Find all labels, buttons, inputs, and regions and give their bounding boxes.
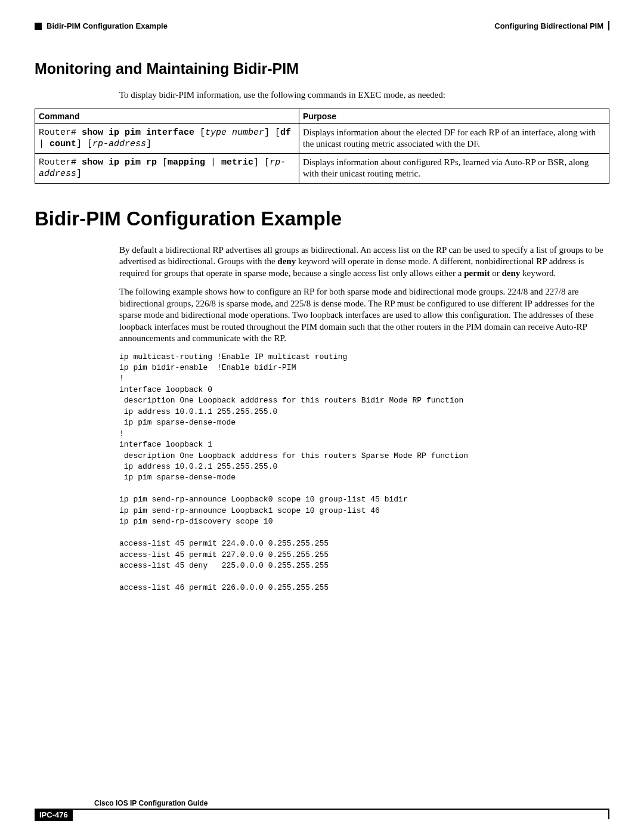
footer-bar: IPC-476 <box>35 809 609 821</box>
page: Bidir-PIM Configuration Example Configur… <box>0 0 644 833</box>
table-row: Router# show ip pim rp [mapping | metric… <box>35 153 609 183</box>
section-heading-monitoring: Monitoring and Maintaining Bidir-PIM <box>35 60 609 78</box>
cell-purpose-1: Displays information about the elected D… <box>299 123 609 153</box>
command-table: Command Purpose Router# show ip pim inte… <box>35 109 609 184</box>
cell-purpose-2: Displays information about configured RP… <box>299 153 609 183</box>
header-square-icon <box>35 23 42 30</box>
footer-doc-title: Cisco IOS IP Configuration Guide <box>94 799 609 807</box>
table-row: Router# show ip pim interface [type numb… <box>35 123 609 153</box>
page-header: Bidir-PIM Configuration Example Configur… <box>35 21 609 30</box>
section2-p1: By default a bidirectional RP advertises… <box>119 244 609 280</box>
header-rule-icon <box>608 21 609 30</box>
cell-cmd-1: Router# show ip pim interface [type numb… <box>35 123 299 153</box>
table-header-row: Command Purpose <box>35 109 609 123</box>
footer-rule-icon <box>608 810 609 819</box>
header-left: Bidir-PIM Configuration Example <box>35 21 168 30</box>
th-purpose: Purpose <box>299 109 609 123</box>
chapter-heading-example: Bidir-PIM Configuration Example <box>35 208 609 230</box>
config-code-block: ip multicast-routing !Enable IP multicas… <box>119 352 609 594</box>
page-number-badge: IPC-476 <box>35 809 73 821</box>
section1-intro: To display bidir-PIM information, use th… <box>119 89 609 101</box>
page-footer: Cisco IOS IP Configuration Guide IPC-476 <box>35 799 609 821</box>
section2-body: By default a bidirectional RP advertises… <box>119 244 609 594</box>
section1-body: To display bidir-PIM information, use th… <box>119 89 609 101</box>
header-right: Configuring Bidirectional PIM <box>494 21 609 30</box>
section2-p2: The following example shows how to confi… <box>119 286 609 345</box>
th-command: Command <box>35 109 299 123</box>
header-section-label: Bidir-PIM Configuration Example <box>47 21 168 30</box>
header-doc-title: Configuring Bidirectional PIM <box>494 21 603 30</box>
cell-cmd-2: Router# show ip pim rp [mapping | metric… <box>35 153 299 183</box>
